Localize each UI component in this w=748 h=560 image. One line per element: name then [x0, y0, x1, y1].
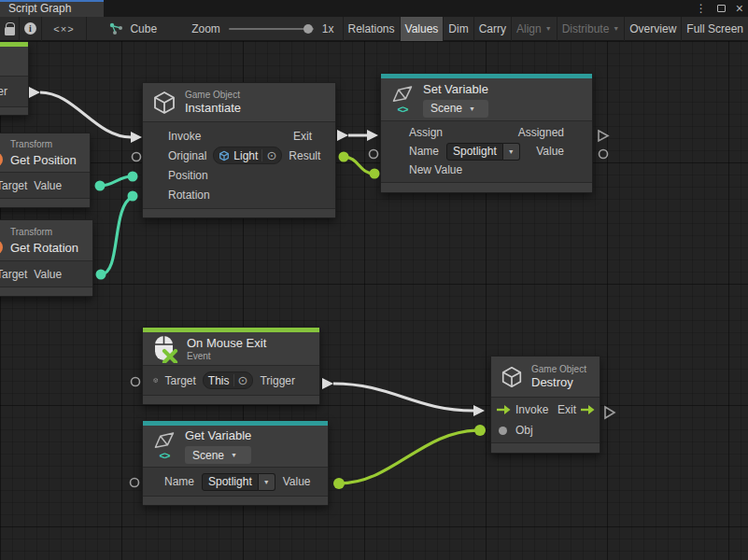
- original-object-field[interactable]: Light ⊙: [213, 147, 282, 164]
- unity-visual-scripting-window: Script Graph ⋮ × i <×> Cube Zoom 1x Rel: [0, 0, 748, 560]
- transform-icon: [0, 152, 3, 167]
- node-category: Transform: [10, 227, 52, 237]
- tab-script-graph[interactable]: Script Graph: [0, 0, 104, 17]
- chevron-down-icon: ▼: [469, 105, 475, 112]
- tab-title: Script Graph: [8, 2, 71, 15]
- node-destroy[interactable]: Game Object Destroy Invoke Exit: [490, 356, 600, 454]
- node-on-mouse-exit[interactable]: On Mouse Exit Event Target This ⊙ Trigge…: [142, 327, 320, 405]
- lock-icon: [5, 27, 15, 35]
- window-menu-icon[interactable]: ⋮: [696, 2, 707, 15]
- port-label-invoke[interactable]: Invoke: [515, 403, 548, 416]
- node-title: Get Variable: [185, 428, 251, 442]
- port-label-name[interactable]: Name: [164, 475, 194, 488]
- variable-name-dropdown[interactable]: Spotlight ▼: [202, 473, 275, 491]
- port-label-position[interactable]: Position: [168, 169, 208, 182]
- port-label-exit[interactable]: Exit: [557, 403, 576, 416]
- dropdown-arrow-icon: ▼: [503, 143, 520, 161]
- node-category: Event: [187, 351, 266, 361]
- dropdown-value: Spotlight: [202, 473, 259, 491]
- node-title: Get Rotation: [10, 241, 78, 255]
- chevron-down-icon: ▼: [231, 452, 237, 458]
- graph-canvas[interactable]: [0, 41, 748, 560]
- port-label-assigned[interactable]: Assigned: [518, 126, 564, 139]
- node-title: On Mouse Exit: [187, 336, 266, 350]
- transform-icon: [0, 240, 3, 255]
- zoom-label: Zoom: [191, 22, 220, 35]
- variable-name-dropdown[interactable]: Spotlight ▼: [446, 143, 520, 161]
- graph-breadcrumb[interactable]: Cube: [106, 17, 161, 41]
- object-picker-icon[interactable]: ⊙: [233, 374, 248, 386]
- object-field-value: This: [208, 374, 230, 387]
- code-angle-icon: <>: [398, 105, 408, 114]
- code-toggle-button[interactable]: <×>: [42, 17, 87, 41]
- port-label-invoke[interactable]: Invoke: [168, 130, 201, 143]
- info-icon-button[interactable]: i: [20, 17, 40, 41]
- zoom-value: 1x: [322, 22, 334, 35]
- toolbar-button-overview[interactable]: Overview: [625, 17, 681, 41]
- scene-variable-icon: <>: [151, 432, 177, 460]
- chevron-down-icon: ▼: [545, 25, 552, 32]
- graph-name: Cube: [130, 22, 157, 35]
- node-footer: [381, 182, 592, 192]
- script-graph-icon: [109, 22, 124, 35]
- port-label-original[interactable]: Original: [168, 149, 206, 162]
- code-brackets-icon: <×>: [53, 23, 74, 35]
- port-label-value: Value: [34, 179, 62, 192]
- target-object-field[interactable]: This ⊙: [203, 371, 254, 389]
- info-icon: i: [24, 22, 36, 35]
- node-set-variable[interactable]: <> Set Variable Scene ▼ Assign Assigned …: [380, 73, 593, 193]
- cube-icon: [151, 90, 177, 116]
- port-label-target[interactable]: Target: [164, 374, 195, 387]
- node-footer: [0, 106, 28, 115]
- node-category: Transform: [10, 139, 52, 149]
- port-label-value: Value: [34, 268, 62, 281]
- node-get-position[interactable]: Transform Get Position Target Value: [0, 133, 91, 208]
- toolbar-button-fullscreen[interactable]: Full Screen: [682, 17, 748, 41]
- toolbar-button-align[interactable]: Align▼: [512, 17, 557, 41]
- node-get-variable[interactable]: <> Get Variable Scene ▼ Name Spotlight ▼…: [142, 420, 329, 506]
- variable-scope-dropdown[interactable]: Scene ▼: [423, 100, 488, 118]
- mouse-exit-icon: [151, 335, 179, 363]
- port-label-new-value[interactable]: New Value: [409, 163, 462, 176]
- port-label-value[interactable]: Value: [283, 475, 311, 488]
- unity-logo-icon: [391, 86, 414, 105]
- variable-scope-dropdown[interactable]: Scene ▼: [185, 446, 251, 464]
- port-label-name[interactable]: Name: [409, 145, 439, 158]
- node-partial-event[interactable]: Trigger: [0, 41, 29, 116]
- node-get-rotation[interactable]: Transform Get Rotation Target Value: [0, 219, 93, 297]
- port-label-trigger[interactable]: Trigger: [260, 374, 295, 387]
- flow-arrow-icon: [497, 404, 511, 415]
- dropdown-value: Spotlight: [446, 143, 503, 161]
- toolbar-button-relations[interactable]: Relations: [344, 17, 400, 41]
- lock-icon-button[interactable]: [0, 17, 19, 41]
- close-icon[interactable]: ×: [736, 4, 743, 13]
- zoom-slider[interactable]: [229, 28, 314, 30]
- port-label-value[interactable]: Value: [536, 145, 564, 158]
- node-title: Set Variable: [423, 82, 488, 96]
- port-label-obj[interactable]: Obj: [515, 424, 533, 437]
- unity-logo-icon: [153, 432, 176, 451]
- node-footer: [143, 496, 328, 505]
- toolbar-button-dim[interactable]: Dim: [444, 17, 473, 41]
- graph-toolbar: i <×> Cube Zoom 1x Relations Values Dim …: [0, 17, 748, 41]
- port-label-assign[interactable]: Assign: [409, 126, 443, 139]
- flow-arrow-icon: [581, 404, 595, 415]
- separator: [86, 17, 87, 41]
- maximize-icon[interactable]: [717, 5, 726, 12]
- toolbar-button-carry[interactable]: Carry: [474, 17, 511, 41]
- object-picker-icon[interactable]: ⊙: [261, 149, 276, 161]
- port-label-exit[interactable]: Exit: [293, 130, 312, 143]
- zoom-slider-handle[interactable]: [303, 24, 313, 34]
- chevron-down-icon: ▼: [613, 25, 619, 32]
- port-label-rotation[interactable]: Rotation: [168, 189, 210, 202]
- toolbar-button-distribute[interactable]: Distribute▼: [557, 17, 625, 41]
- value-port-dot[interactable]: [499, 427, 507, 435]
- port-label-result[interactable]: Result: [289, 149, 320, 162]
- node-title: Instantiate: [185, 101, 241, 115]
- node-instantiate[interactable]: Game Object Instantiate Invoke Exit Orig…: [142, 82, 336, 218]
- dropdown-arrow-icon: ▼: [259, 473, 275, 491]
- port-label-target: Target: [0, 268, 27, 281]
- node-title: Destroy: [531, 375, 586, 389]
- toolbar-button-values[interactable]: Values: [401, 17, 444, 41]
- code-angle-icon: <>: [160, 452, 170, 460]
